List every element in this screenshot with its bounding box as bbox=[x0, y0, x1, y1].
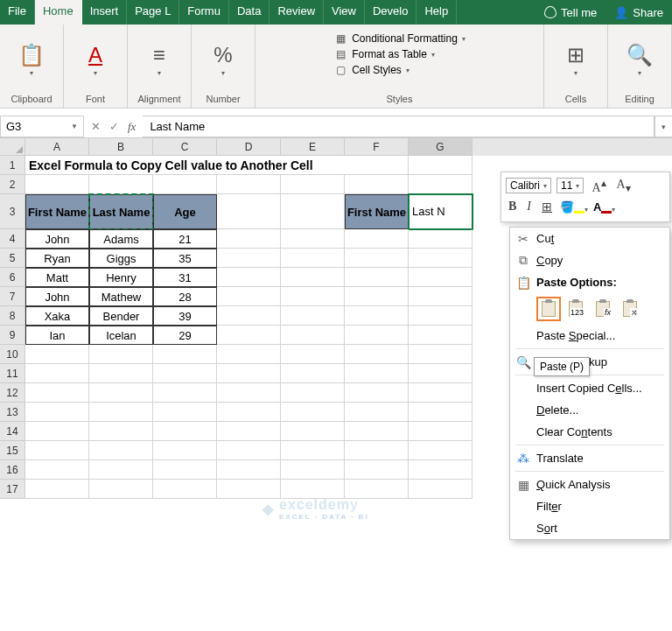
tab-data[interactable]: Data bbox=[229, 0, 270, 25]
increase-font-icon[interactable]: A▴ bbox=[589, 177, 608, 195]
row-2[interactable]: 2 bbox=[0, 175, 25, 194]
row-8[interactable]: 8 bbox=[0, 306, 25, 326]
mini-size-select[interactable]: 11▾ bbox=[556, 178, 584, 193]
editing-button[interactable]: 🔍▾ bbox=[615, 32, 664, 89]
row-16[interactable]: 16 bbox=[0, 460, 25, 480]
row-5[interactable]: 5 bbox=[0, 249, 25, 268]
paste-formulas[interactable]: fx bbox=[591, 297, 615, 321]
paste-tooltip: Paste (P) bbox=[534, 357, 590, 376]
ctx-clear-contents[interactable]: Clear Contents bbox=[510, 421, 669, 443]
col-F[interactable]: F bbox=[345, 138, 409, 156]
cell-A1[interactable]: Excel Formula to Copy Cell value to Anot… bbox=[25, 156, 409, 175]
col-C[interactable]: C bbox=[153, 138, 217, 156]
cell-A3[interactable]: First Name bbox=[25, 194, 89, 229]
ctx-cut[interactable]: ✂Cut bbox=[510, 228, 669, 249]
group-editing: 🔍▾ Editing bbox=[608, 25, 672, 108]
ctx-filter[interactable]: Filter bbox=[510, 495, 669, 517]
tab-view[interactable]: View bbox=[324, 0, 365, 25]
context-menu: ✂Cut ⧉Copy 📋Paste Options: 123 fx ⤭ Past… bbox=[509, 227, 670, 540]
mini-font-select[interactable]: Calibri▾ bbox=[506, 178, 551, 193]
ctx-paste-special[interactable]: Paste Special... bbox=[510, 325, 669, 347]
tell-me[interactable]: Tell me bbox=[536, 0, 606, 25]
scissors-icon: ✂ bbox=[515, 232, 531, 246]
row-17[interactable]: 17 bbox=[0, 480, 25, 499]
copy-icon: ⧉ bbox=[515, 253, 531, 268]
row-6[interactable]: 6 bbox=[0, 268, 25, 287]
tab-formulas[interactable]: Formu bbox=[179, 0, 229, 25]
number-button[interactable]: %▾ bbox=[199, 32, 248, 89]
mini-toolbar: Calibri▾ 11▾ A▴ A▾ B I ⊞ 🪣▾ A▾ bbox=[500, 172, 670, 222]
font-color-button[interactable]: A▾ bbox=[593, 200, 615, 214]
name-box[interactable]: G3▼ bbox=[0, 116, 84, 137]
paste-button[interactable]: 📋▾ bbox=[7, 32, 56, 89]
underline-button[interactable]: ⊞ bbox=[539, 200, 555, 214]
col-D[interactable]: D bbox=[217, 138, 281, 156]
alignment-button[interactable]: ≡▾ bbox=[135, 32, 184, 89]
cell-styles-icon: ▢ bbox=[333, 64, 347, 76]
col-G[interactable]: G bbox=[409, 138, 472, 156]
ctx-quick-analysis[interactable]: ▦Quick Analysis bbox=[510, 473, 669, 495]
tab-home[interactable]: Home bbox=[35, 0, 82, 25]
row-3[interactable]: 3 bbox=[0, 194, 25, 229]
conditional-formatting[interactable]: ▦Conditional Formatting ▾ bbox=[330, 32, 469, 46]
ctx-sort[interactable]: Sort bbox=[510, 517, 669, 539]
paste-transpose[interactable]: ⤭ bbox=[618, 297, 642, 321]
ctx-delete[interactable]: Delete... bbox=[510, 399, 669, 421]
col-B[interactable]: B bbox=[89, 138, 153, 156]
tab-developer[interactable]: Develo bbox=[365, 0, 416, 25]
group-number: %▾ Number bbox=[192, 25, 256, 108]
row-12[interactable]: 12 bbox=[0, 383, 25, 403]
group-styles: ▦Conditional Formatting ▾ ▤Format as Tab… bbox=[256, 25, 544, 108]
fill-color-button[interactable]: 🪣▾ bbox=[560, 200, 588, 214]
share-button[interactable]: 👤Share bbox=[606, 0, 672, 25]
select-all-corner[interactable] bbox=[0, 138, 25, 156]
cell-C3[interactable]: Age bbox=[153, 194, 217, 229]
cell-F3[interactable]: First Name bbox=[345, 194, 409, 229]
bulb-icon bbox=[544, 6, 556, 18]
ribbon: 📋▾ Clipboard A▾ Font ≡▾ Alignment %▾ Num… bbox=[0, 25, 672, 109]
cell-styles[interactable]: ▢Cell Styles ▾ bbox=[330, 63, 469, 77]
enter-icon[interactable]: ✓ bbox=[109, 120, 119, 133]
tab-review[interactable]: Review bbox=[270, 0, 324, 25]
cancel-icon[interactable]: ✕ bbox=[91, 120, 101, 133]
fx-icon[interactable]: fx bbox=[128, 120, 136, 134]
row-10[interactable]: 10 bbox=[0, 345, 25, 364]
cell-G3[interactable]: Last N bbox=[409, 194, 472, 229]
group-font: A▾ Font bbox=[64, 25, 128, 108]
row-11[interactable]: 11 bbox=[0, 364, 25, 383]
italic-button[interactable]: I bbox=[524, 200, 534, 214]
cell-B3[interactable]: Last Name bbox=[89, 194, 153, 229]
font-button[interactable]: A▾ bbox=[71, 32, 120, 89]
tab-insert[interactable]: Insert bbox=[82, 0, 128, 25]
row-9[interactable]: 9 bbox=[0, 326, 25, 345]
paste-values[interactable]: 123 bbox=[564, 297, 588, 321]
bold-button[interactable]: B bbox=[506, 200, 519, 214]
formula-expand[interactable]: ▾ bbox=[654, 116, 672, 137]
ctx-copy[interactable]: ⧉Copy bbox=[510, 249, 669, 271]
col-A[interactable]: A bbox=[25, 138, 89, 156]
decrease-font-icon[interactable]: A▾ bbox=[614, 178, 634, 194]
find-icon: 🔍 bbox=[626, 43, 653, 67]
row-14[interactable]: 14 bbox=[0, 422, 25, 441]
cond-fmt-icon: ▦ bbox=[333, 32, 347, 45]
row-15[interactable]: 15 bbox=[0, 441, 25, 460]
formula-input[interactable]: Last Name bbox=[143, 116, 654, 137]
quick-analysis-icon: ▦ bbox=[515, 478, 531, 492]
ctx-insert-copied[interactable]: Insert Copied Cells... bbox=[510, 377, 669, 399]
format-as-table[interactable]: ▤Format as Table ▾ bbox=[330, 47, 469, 61]
tab-file[interactable]: File bbox=[0, 0, 35, 25]
row-1[interactable]: 1 bbox=[0, 156, 25, 175]
tab-help[interactable]: Help bbox=[416, 0, 457, 25]
group-cells: ⊞▾ Cells bbox=[544, 25, 608, 108]
search-icon: 🔍 bbox=[515, 355, 531, 369]
row-13[interactable]: 13 bbox=[0, 403, 25, 422]
paste-all[interactable] bbox=[536, 297, 561, 321]
cells-button[interactable]: ⊞▾ bbox=[551, 32, 600, 89]
bucket-icon: 🪣 bbox=[560, 200, 574, 214]
tab-page-layout[interactable]: Page L bbox=[127, 0, 179, 25]
row-4[interactable]: 4 bbox=[0, 229, 25, 249]
row-7[interactable]: 7 bbox=[0, 287, 25, 306]
ctx-translate[interactable]: ⁂Translate bbox=[510, 447, 669, 469]
col-E[interactable]: E bbox=[281, 138, 345, 156]
column-headers: A B C D E F G bbox=[0, 138, 672, 156]
